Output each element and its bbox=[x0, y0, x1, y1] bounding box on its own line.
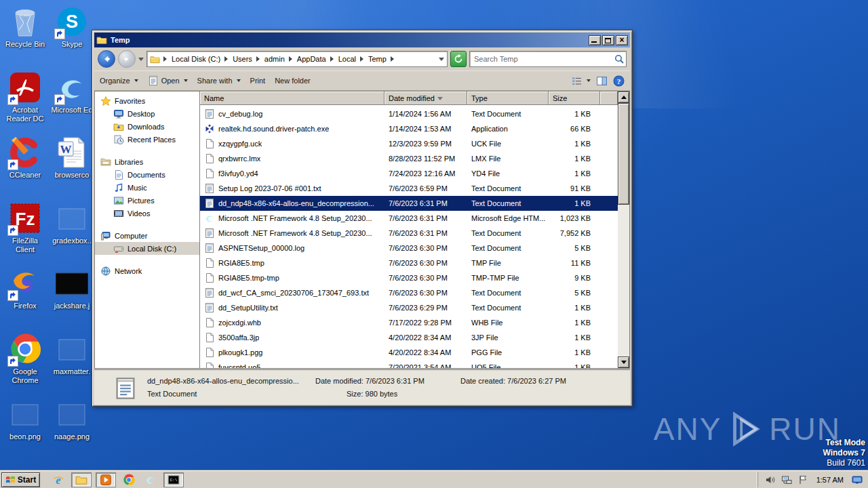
nav-item[interactable]: Recent Places bbox=[95, 133, 199, 146]
desktop-icon[interactable]: FileZilla Client bbox=[3, 202, 47, 266]
clock[interactable]: 1:57 AM bbox=[816, 476, 844, 484]
column-header-date-modified[interactable]: Date modified bbox=[384, 92, 467, 105]
file-row[interactable]: plkougk1.pgg 4/20/2022 8:34 AM PGG File … bbox=[200, 345, 618, 360]
breadcrumb-segment[interactable]: Local bbox=[337, 55, 367, 63]
taskbar-app-button[interactable] bbox=[163, 472, 184, 487]
vertical-scrollbar[interactable] bbox=[618, 92, 629, 368]
volume-icon[interactable] bbox=[765, 474, 776, 485]
file-row[interactable]: qrxbwrrc.lmx 8/28/2023 11:52 PM LMX File… bbox=[200, 151, 618, 166]
file-row[interactable]: Microsoft .NET Framework 4.8 Setup_20230… bbox=[200, 226, 618, 241]
scroll-track[interactable] bbox=[618, 103, 629, 357]
nav-item[interactable]: Desktop bbox=[95, 107, 199, 120]
breadcrumb-segment[interactable]: Temp bbox=[367, 55, 397, 63]
file-row[interactable]: RGIA8E5.tmp 7/6/2023 6:30 PM TMP File 11… bbox=[200, 256, 618, 270]
open-button[interactable]: Open bbox=[148, 75, 188, 86]
forward-button[interactable] bbox=[118, 50, 136, 68]
nav-item[interactable]: Documents bbox=[95, 168, 199, 181]
address-bar[interactable]: Local Disk (C:) Users admin AppD bbox=[146, 51, 448, 67]
nav-item[interactable]: Computer bbox=[95, 229, 199, 242]
new-folder-button[interactable]: New folder bbox=[275, 77, 311, 85]
file-date-modified: 7/6/2023 6:59 PM bbox=[384, 184, 467, 192]
file-row[interactable]: realtek.hd.sound.driver-patch.exe 1/14/2… bbox=[200, 121, 618, 136]
desktop-icon[interactable]: Recycle Bin bbox=[3, 5, 47, 69]
help-button[interactable] bbox=[613, 75, 625, 87]
organize-button[interactable]: Organize bbox=[100, 77, 138, 85]
scroll-thumb[interactable] bbox=[618, 103, 629, 205]
desktop-icon[interactable]: Skype bbox=[50, 5, 94, 69]
column-header-name[interactable]: Name bbox=[200, 92, 384, 105]
shortcut-arrow-icon bbox=[54, 28, 65, 39]
nav-item[interactable]: Network bbox=[95, 264, 199, 277]
desktop-icon[interactable]: Firefox bbox=[3, 267, 47, 331]
taskbar-app-button[interactable] bbox=[96, 472, 116, 487]
breadcrumb-segment[interactable]: Local Disk (C:) bbox=[170, 55, 231, 63]
desktop-icon[interactable]: Microsoft Ed bbox=[50, 71, 94, 135]
desktop-icon[interactable]: Acrobat Reader DC bbox=[3, 71, 47, 135]
close-button[interactable]: × bbox=[616, 35, 628, 45]
desktop-icon[interactable]: beon.png bbox=[3, 398, 47, 462]
breadcrumb-segment[interactable]: AppData bbox=[296, 55, 337, 63]
refresh-button[interactable] bbox=[450, 51, 467, 67]
file-row[interactable]: dd_ndp48-x86-x64-allos-enu_decompression… bbox=[200, 196, 618, 211]
desktop-icon[interactable]: browserco bbox=[50, 136, 94, 200]
action-center-flag-icon[interactable] bbox=[797, 474, 808, 485]
share-with-button[interactable]: Share with bbox=[197, 77, 241, 85]
file-row[interactable]: dd_SetupUtility.txt 7/6/2023 6:29 PM Tex… bbox=[200, 300, 618, 315]
title-bar[interactable]: Temp × bbox=[94, 33, 630, 47]
file-row[interactable]: cv_debug.log 1/14/2024 1:56 AM Text Docu… bbox=[200, 106, 618, 121]
scroll-up-button[interactable] bbox=[618, 92, 629, 103]
address-dropdown-icon[interactable] bbox=[439, 58, 444, 61]
nav-item[interactable]: Local Disk (C:) bbox=[95, 242, 199, 255]
column-header-type[interactable]: Type bbox=[467, 92, 549, 105]
file-size: 5 KB bbox=[549, 244, 600, 252]
nav-item[interactable]: Libraries bbox=[95, 155, 199, 168]
network-icon[interactable] bbox=[781, 474, 792, 485]
print-button[interactable]: Print bbox=[250, 77, 266, 85]
file-type: Text Document bbox=[467, 184, 549, 192]
desktop-icon[interactable]: jackshare.j bbox=[50, 267, 94, 331]
file-date-modified: 8/28/2023 11:52 PM bbox=[384, 155, 467, 163]
file-row[interactable]: fuycsntd.uo5 7/20/2021 3:54 AM UO5 File … bbox=[200, 360, 618, 368]
scroll-down-button[interactable] bbox=[618, 357, 629, 368]
nav-item[interactable]: Downloads bbox=[95, 120, 199, 133]
file-row[interactable]: xzqygpfg.uck 12/3/2023 9:59 PM UCK File … bbox=[200, 136, 618, 151]
file-row[interactable]: 3500affa.3jp 4/20/2022 8:34 AM 3JP File … bbox=[200, 330, 618, 345]
desktop-icon[interactable]: Google Chrome bbox=[3, 333, 47, 396]
show-desktop-icon[interactable] bbox=[852, 474, 863, 485]
breadcrumb-segment[interactable]: Users bbox=[231, 55, 263, 63]
taskbar-app-button[interactable] bbox=[120, 472, 138, 487]
file-date-modified: 4/20/2022 8:34 AM bbox=[384, 348, 467, 357]
desktop-icon[interactable]: maxmatter. bbox=[50, 333, 94, 396]
desktop-icon[interactable]: CCleaner bbox=[3, 136, 47, 200]
desktop-icon[interactable]: gradexbox.. bbox=[50, 202, 94, 266]
taskbar-app-button[interactable] bbox=[71, 472, 92, 487]
search-input[interactable] bbox=[474, 55, 614, 63]
taskbar-app-button[interactable] bbox=[142, 472, 159, 487]
nav-item[interactable]: Pictures bbox=[95, 194, 199, 207]
file-row[interactable]: Setup Log 2023-07-06 #001.txt 7/6/2023 6… bbox=[200, 181, 618, 196]
taskbar-app-icon bbox=[144, 474, 157, 486]
breadcrumb-segment[interactable]: admin bbox=[263, 55, 296, 63]
file-date-modified: 1/14/2024 1:53 AM bbox=[384, 125, 467, 133]
file-row[interactable]: f3ivfuy0.yd4 7/24/2023 12:16 AM YD4 File… bbox=[200, 166, 618, 181]
file-row[interactable]: ASPNETSetup_00000.log 7/6/2023 6:30 PM T… bbox=[200, 241, 618, 256]
minimize-button[interactable] bbox=[589, 35, 601, 45]
nav-item[interactable]: Music bbox=[95, 181, 199, 194]
file-row[interactable]: dd_wcf_CA_smci_20230706_173047_693.txt 7… bbox=[200, 285, 618, 300]
preview-pane-button[interactable] bbox=[596, 75, 608, 87]
views-button[interactable] bbox=[571, 75, 591, 87]
file-row[interactable]: RGIA8E5.tmp-tmp 7/6/2023 6:30 PM TMP-TMP… bbox=[200, 270, 618, 285]
column-header-size[interactable]: Size bbox=[549, 92, 600, 105]
nav-item[interactable]: Videos bbox=[95, 207, 199, 220]
breadcrumb-label: Temp bbox=[368, 55, 387, 63]
desktop-icon[interactable]: naage.png bbox=[50, 398, 94, 462]
recent-pages-dropdown-icon[interactable] bbox=[138, 58, 144, 61]
file-row[interactable]: Microsoft .NET Framework 4.8 Setup_20230… bbox=[200, 211, 618, 226]
search-box[interactable] bbox=[469, 51, 627, 67]
back-button[interactable] bbox=[98, 50, 115, 68]
nav-item[interactable]: Favorites bbox=[95, 94, 199, 107]
taskbar-app-button[interactable] bbox=[50, 472, 67, 487]
file-row[interactable]: zojcxdgi.whb 7/17/2022 9:28 PM WHB File … bbox=[200, 315, 618, 330]
start-button[interactable]: Start bbox=[1, 472, 40, 487]
maximize-button[interactable] bbox=[602, 35, 614, 45]
